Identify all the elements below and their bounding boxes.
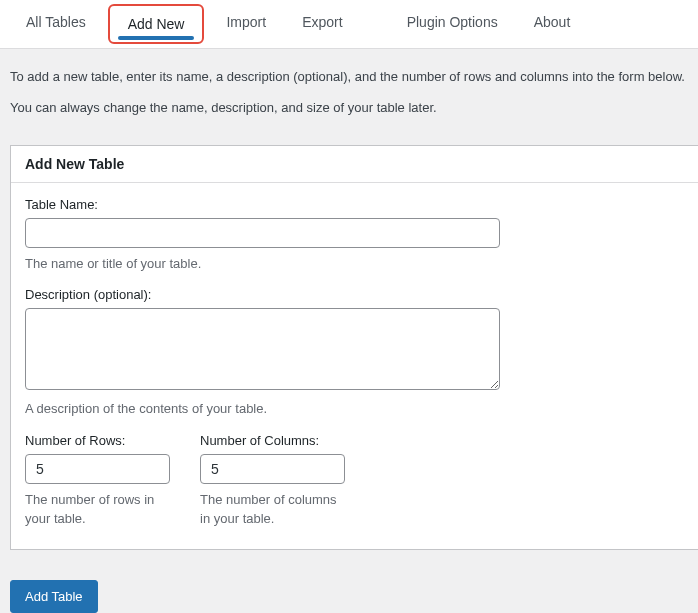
label-table-name: Table Name: <box>25 197 684 212</box>
tab-import[interactable]: Import <box>208 0 284 48</box>
tab-add-new[interactable]: Add New <box>108 4 205 44</box>
label-rows: Number of Rows: <box>25 433 170 448</box>
field-rows: Number of Rows: The number of rows in yo… <box>25 433 170 529</box>
field-columns: Number of Columns: The number of columns… <box>200 433 345 529</box>
add-table-button[interactable]: Add Table <box>10 580 98 613</box>
add-new-table-panel: Add New Table Table Name: The name or ti… <box>10 145 698 550</box>
label-description: Description (optional): <box>25 287 684 302</box>
helper-table-name: The name or title of your table. <box>25 254 684 274</box>
rows-columns-group: Number of Rows: The number of rows in yo… <box>25 433 684 529</box>
tab-export[interactable]: Export <box>284 0 360 48</box>
tab-plugin-options[interactable]: Plugin Options <box>389 0 516 48</box>
helper-description: A description of the contents of your ta… <box>25 399 684 419</box>
input-description[interactable] <box>25 308 500 390</box>
panel-body: Table Name: The name or title of your ta… <box>11 183 698 549</box>
panel-title: Add New Table <box>11 146 698 183</box>
intro-line-1: To add a new table, enter its name, a de… <box>10 67 688 88</box>
intro-text: To add a new table, enter its name, a de… <box>0 49 698 137</box>
helper-rows: The number of rows in your table. <box>25 490 170 529</box>
tab-all-tables[interactable]: All Tables <box>8 0 104 48</box>
input-table-name[interactable] <box>25 218 500 248</box>
field-table-name: Table Name: The name or title of your ta… <box>25 197 684 274</box>
submit-area: Add Table <box>0 550 698 613</box>
intro-line-2: You can always change the name, descript… <box>10 98 688 119</box>
helper-columns: The number of columns in your table. <box>200 490 345 529</box>
tab-about[interactable]: About <box>516 0 589 48</box>
input-rows[interactable] <box>25 454 170 484</box>
input-columns[interactable] <box>200 454 345 484</box>
nav-tabs: All Tables Add New Import Export Plugin … <box>0 0 698 49</box>
field-description: Description (optional): A description of… <box>25 287 684 419</box>
label-columns: Number of Columns: <box>200 433 345 448</box>
